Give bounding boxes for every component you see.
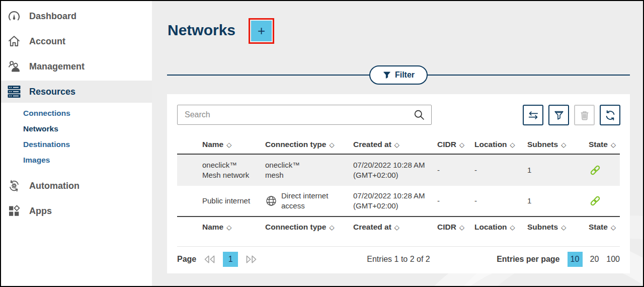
sort-icon[interactable]: ◇ xyxy=(561,141,566,149)
column-label: Connection type xyxy=(265,223,326,232)
filter-button-label: Filter xyxy=(395,70,415,80)
subnets-count: 1 xyxy=(527,166,531,174)
column-header-name[interactable]: Name◇ xyxy=(177,223,265,232)
sidebar-item-management[interactable]: Management xyxy=(1,54,152,79)
sort-icon[interactable]: ◇ xyxy=(226,224,231,231)
search-icon[interactable] xyxy=(413,109,425,121)
sidebar-item-label: Dashboard xyxy=(29,11,76,22)
column-header-created-at[interactable]: Created at◇ xyxy=(353,223,437,232)
page-controls: Page 1 xyxy=(177,252,258,267)
connection-type-text: Direct internet access xyxy=(281,191,332,211)
page-size-100[interactable]: 100 xyxy=(606,255,620,264)
filter-table-button[interactable] xyxy=(548,105,569,125)
sort-icon[interactable]: ◇ xyxy=(510,141,515,149)
link-connected-icon xyxy=(589,164,620,177)
sidebar-item-label: Apps xyxy=(29,206,52,217)
funnel-icon xyxy=(553,110,565,121)
column-header-connection-type[interactable]: Connection type◇ xyxy=(265,223,353,232)
search-input[interactable] xyxy=(185,110,413,119)
refresh-button[interactable] xyxy=(600,105,620,125)
page-size-20[interactable]: 20 xyxy=(590,255,599,264)
cell-subnets: 1 xyxy=(527,165,589,175)
column-header-connection-type[interactable]: Connection type◇ xyxy=(265,140,353,149)
column-label: Created at xyxy=(353,140,391,149)
column-label: CIDR xyxy=(437,223,456,232)
created-at-text: 07/20/2022 10:28 AM (GMT+02:00) xyxy=(353,160,429,181)
sub-item-label: Images xyxy=(23,156,50,165)
cidr-text: - xyxy=(437,196,440,205)
first-page-icon[interactable] xyxy=(203,255,216,264)
sort-icon[interactable]: ◇ xyxy=(459,224,464,231)
column-header-created-at[interactable]: Created at◇ xyxy=(353,140,437,149)
panel-toolbar xyxy=(167,94,630,125)
sidebar-item-account[interactable]: Account xyxy=(1,29,152,54)
add-network-button[interactable]: + xyxy=(251,21,272,41)
sort-icon[interactable]: ◇ xyxy=(510,224,515,231)
sort-icon[interactable]: ◇ xyxy=(611,224,616,231)
cell-connection-type: Direct internet access xyxy=(265,191,353,211)
column-header-state[interactable]: State◇ xyxy=(589,223,620,232)
cell-state xyxy=(589,194,620,207)
swap-columns-button[interactable] xyxy=(523,105,543,125)
page-title: Networks xyxy=(168,22,235,39)
current-page-button[interactable]: 1 xyxy=(223,252,238,267)
table-row[interactable]: oneclick™ Mesh network oneclick™ mesh 07… xyxy=(177,155,620,186)
page-label: Page xyxy=(177,255,196,264)
column-label: Name xyxy=(202,223,223,232)
entries-range-text: Entries 1 to 2 of 2 xyxy=(367,255,430,264)
servers-icon xyxy=(7,85,21,99)
sidebar-item-images[interactable]: Images xyxy=(1,152,152,168)
column-header-subnets[interactable]: Subnets◇ xyxy=(527,140,589,149)
column-header-subnets[interactable]: Subnets◇ xyxy=(527,223,589,232)
cell-created-at: 07/20/2022 10:28 AM (GMT+02:00) xyxy=(353,160,437,181)
cell-connection-type: oneclick™ mesh xyxy=(265,160,353,181)
sort-icon[interactable]: ◇ xyxy=(226,141,231,149)
gauge-icon xyxy=(7,10,21,23)
table-action-buttons xyxy=(523,105,620,125)
sort-icon[interactable]: ◇ xyxy=(561,224,566,231)
subnets-count: 1 xyxy=(527,196,531,205)
column-label: Subnets xyxy=(527,223,558,232)
column-header-location[interactable]: Location◇ xyxy=(474,223,527,232)
sort-icon[interactable]: ◇ xyxy=(329,224,334,231)
cell-location: - xyxy=(474,196,527,206)
link-connected-icon xyxy=(589,194,620,207)
trash-icon xyxy=(579,110,590,121)
page-size-10[interactable]: 10 xyxy=(568,252,583,267)
cell-cidr: - xyxy=(437,165,474,175)
sidebar-item-automation[interactable]: Automation xyxy=(1,173,152,198)
sort-icon[interactable]: ◇ xyxy=(611,141,616,149)
last-page-icon[interactable] xyxy=(245,255,258,264)
sidebar-item-connections[interactable]: Connections xyxy=(1,105,152,121)
table-row[interactable]: Public internet Direct internet access 0… xyxy=(177,186,620,217)
table-header-row: Name◇ Connection type◇ Created at◇ CIDR◇… xyxy=(177,135,620,155)
entries-per-page-label: Entries per page xyxy=(497,255,559,264)
location-text: - xyxy=(474,196,477,205)
created-at-text: 07/20/2022 10:28 AM (GMT+02:00) xyxy=(353,191,429,211)
column-label: Location xyxy=(474,140,507,149)
cell-name: Public internet xyxy=(177,196,265,206)
network-name: Public internet xyxy=(202,196,250,206)
sidebar-item-apps[interactable]: Apps xyxy=(1,198,152,224)
column-header-name[interactable]: Name◇ xyxy=(177,140,265,149)
sidebar-item-dashboard[interactable]: Dashboard xyxy=(1,4,152,29)
sidebar-item-resources[interactable]: Resources xyxy=(1,81,152,103)
column-label: Name xyxy=(202,140,223,149)
column-header-cidr[interactable]: CIDR◇ xyxy=(437,223,474,232)
search-box xyxy=(177,105,432,125)
filter-button[interactable]: Filter xyxy=(369,65,428,85)
funnel-icon xyxy=(382,70,391,80)
sidebar-item-destinations[interactable]: Destinations xyxy=(1,136,152,152)
column-label: Location xyxy=(474,223,507,232)
column-label: Created at xyxy=(353,223,391,232)
column-header-state[interactable]: State◇ xyxy=(589,140,620,149)
networks-table: Name◇ Connection type◇ Created at◇ CIDR◇… xyxy=(177,135,620,237)
sidebar-item-networks[interactable]: Networks xyxy=(1,121,152,136)
sort-icon[interactable]: ◇ xyxy=(394,224,399,231)
column-header-cidr[interactable]: CIDR◇ xyxy=(437,140,474,149)
column-label: Subnets xyxy=(527,140,558,149)
sort-icon[interactable]: ◇ xyxy=(329,141,334,149)
sort-icon[interactable]: ◇ xyxy=(394,141,399,149)
sort-icon[interactable]: ◇ xyxy=(459,141,464,149)
column-header-location[interactable]: Location◇ xyxy=(474,140,527,149)
